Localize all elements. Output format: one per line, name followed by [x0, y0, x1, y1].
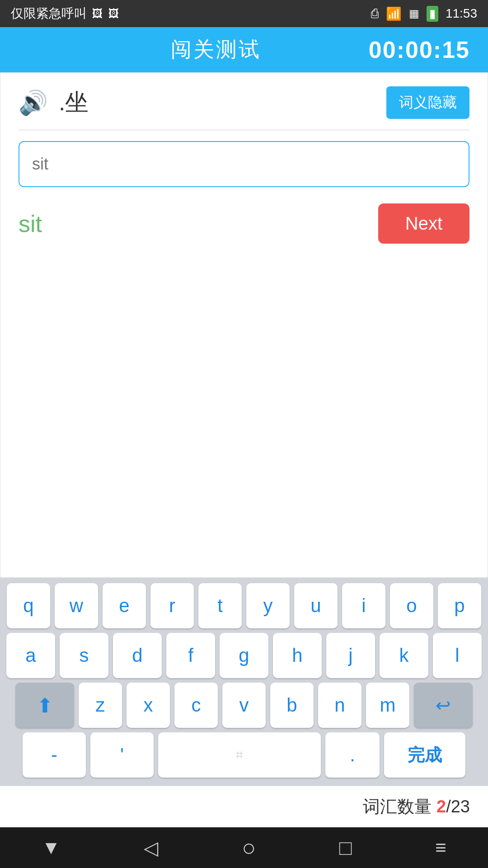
page-title: 闯关测试 [171, 36, 261, 64]
key-apostrophe[interactable]: ' [90, 732, 154, 778]
vocab-label: 词汇数量 [363, 797, 432, 816]
answer-row: sit Next [19, 203, 469, 244]
key-f[interactable]: f [166, 633, 215, 678]
status-left: 仅限紧急呼叫 🖼 🖼 [11, 5, 119, 22]
key-z[interactable]: z [79, 683, 122, 728]
keyboard: q w e r t y u i o p a s d f g h j k l ⬆ … [0, 578, 488, 786]
done-key[interactable]: 完成 [384, 732, 465, 778]
key-dot[interactable]: . [325, 732, 380, 778]
key-v[interactable]: v [222, 683, 266, 728]
key-n[interactable]: n [318, 683, 361, 728]
key-t[interactable]: t [198, 583, 242, 628]
battery-icon: ▮ [427, 6, 438, 22]
divider [19, 130, 469, 130]
nav-bar: ▼ ◁ ○ □ ≡ [0, 827, 488, 868]
key-d[interactable]: d [113, 633, 162, 678]
nav-home-icon[interactable]: ○ [242, 834, 256, 861]
nav-down-icon[interactable]: ▼ [42, 837, 61, 859]
key-c[interactable]: c [174, 683, 218, 728]
key-s[interactable]: s [60, 633, 108, 678]
key-l[interactable]: l [433, 633, 482, 678]
key-w[interactable]: w [55, 583, 98, 628]
key-b[interactable]: b [270, 683, 314, 728]
nav-menu-icon[interactable]: ≡ [435, 837, 446, 859]
key-a[interactable]: a [6, 633, 55, 678]
keyboard-row-2: a s d f g h j k l [4, 633, 484, 678]
key-y[interactable]: y [246, 583, 290, 628]
keyboard-row-1: q w e r t y u i o p [4, 583, 484, 628]
key-q[interactable]: q [7, 583, 50, 628]
vocab-current: 2 [436, 797, 446, 816]
app-header: 闯关测试 00:00:15 [0, 27, 488, 72]
nav-recents-icon[interactable]: □ [339, 835, 352, 860]
key-x[interactable]: x [127, 683, 170, 728]
next-button[interactable]: Next [378, 203, 469, 244]
key-dash[interactable]: - [23, 732, 86, 778]
keyboard-row-3: ⬆ z x c v b n m ↩ [4, 683, 484, 728]
key-h[interactable]: h [273, 633, 322, 678]
key-k[interactable]: k [380, 633, 428, 678]
status-right: ⎙ 📶 ▦ ▮ 11:53 [371, 6, 477, 22]
word-left: 🔊 .坐 [19, 87, 89, 118]
shift-key[interactable]: ⬆ [15, 683, 74, 728]
key-r[interactable]: r [150, 583, 194, 628]
backspace-key[interactable]: ↩ [414, 683, 473, 728]
keyboard-row-4: - ' ⌗ . 完成 [4, 732, 484, 778]
signal-icon: ▦ [409, 7, 419, 20]
key-e[interactable]: e [103, 583, 146, 628]
clock: 11:53 [446, 6, 477, 21]
emergency-text: 仅限紧急呼叫 [11, 5, 87, 22]
key-j[interactable]: j [326, 633, 375, 678]
answer-text: sit [19, 210, 42, 237]
key-u[interactable]: u [294, 583, 338, 628]
sim-icon1: 🖼 [92, 7, 103, 20]
nav-back-icon[interactable]: ◁ [144, 837, 158, 859]
sim-icon2: 🖼 [108, 7, 119, 20]
key-space[interactable]: ⌗ [158, 732, 321, 778]
word-row: 🔊 .坐 词义隐藏 [19, 86, 469, 119]
vocab-total: 23 [451, 797, 470, 816]
bluetooth-icon: ⎙ [371, 6, 379, 21]
main-content: 🔊 .坐 词义隐藏 sit Next [0, 72, 488, 578]
wifi-icon: 📶 [386, 6, 402, 21]
key-g[interactable]: g [220, 633, 268, 678]
vocab-count-bar: 词汇数量 2/23 [0, 786, 488, 827]
key-m[interactable]: m [366, 683, 409, 728]
content-spacer [19, 262, 469, 568]
vocab-separator: / [446, 797, 451, 816]
answer-input[interactable] [19, 141, 469, 187]
hide-meaning-button[interactable]: 词义隐藏 [386, 86, 469, 119]
key-o[interactable]: o [390, 583, 433, 628]
key-p[interactable]: p [438, 583, 481, 628]
chinese-word: .坐 [59, 87, 89, 118]
key-i[interactable]: i [342, 583, 385, 628]
vocab-count-label: 词汇数量 2/23 [363, 797, 470, 816]
status-bar: 仅限紧急呼叫 🖼 🖼 ⎙ 📶 ▦ ▮ 11:53 [0, 0, 488, 27]
speaker-icon[interactable]: 🔊 [19, 89, 48, 117]
timer-display: 00:00:15 [369, 36, 470, 63]
